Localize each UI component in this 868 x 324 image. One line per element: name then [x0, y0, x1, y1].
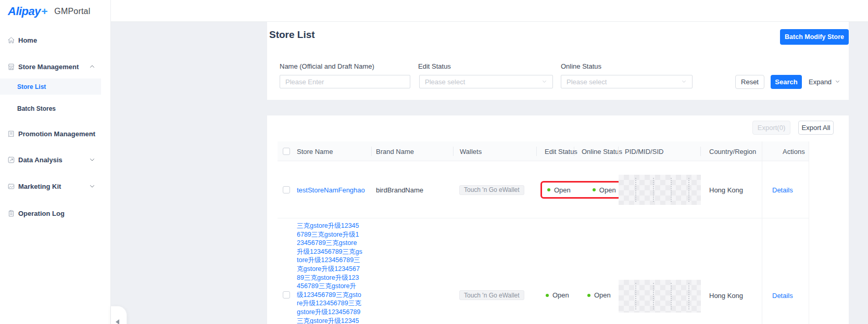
column-header-online-status: Online Status — [582, 141, 622, 161]
column-header-actions: Actions — [783, 141, 805, 161]
store-table-panel: Export(0) Export All Store Name Brand Na… — [267, 115, 849, 324]
country-region-cell: Hong Kong — [709, 292, 743, 300]
sidebar-item-data-analysis[interactable]: Data Analysis — [0, 152, 111, 167]
status-dot-icon — [547, 188, 550, 191]
highlight-red-box: Open Open — [540, 181, 621, 199]
sidebar-item-store-list[interactable]: Store List — [0, 79, 101, 95]
search-button[interactable]: Search — [771, 75, 802, 89]
store-list-panel: Store List Batch Modify Store Name (Offi… — [267, 22, 849, 100]
sidebar-item-marketing-kit[interactable]: Marketing Kit — [0, 179, 111, 193]
reset-button[interactable]: Reset — [735, 75, 764, 89]
chevron-down-icon — [89, 183, 95, 189]
sidebar-item-home[interactable]: Home — [0, 33, 111, 47]
collapse-left-arrow-icon — [116, 319, 119, 324]
page-title: Store List — [269, 29, 315, 41]
country-region-cell: Hong Kong — [709, 161, 743, 218]
sidebar-item-batch-stores[interactable]: Batch Stores — [0, 100, 101, 116]
name-filter-label: Name (Official and Draft Name) — [280, 62, 374, 70]
sidebar-item-operation-log[interactable]: Operation Log — [0, 206, 111, 221]
row-checkbox[interactable] — [283, 186, 290, 193]
sidebar: Alipay+ GMPortal Home Store Management S… — [0, 0, 111, 324]
store-name-link[interactable]: 三克gstore升级123456789三克gstore升级123456789三克… — [297, 222, 362, 324]
status-dot-icon — [546, 294, 549, 297]
store-name-link[interactable]: testStoreNamFenghao — [297, 186, 365, 194]
table-right-border — [809, 141, 809, 324]
status-dot-icon — [593, 188, 596, 191]
chevron-down-icon — [89, 157, 95, 163]
online-status-filter-label: Online Status — [561, 62, 601, 70]
marketing-icon — [7, 182, 15, 190]
wallet-tag: Touch 'n Go eWallet — [459, 290, 524, 300]
batch-modify-store-button[interactable]: Batch Modify Store — [780, 29, 849, 45]
pid-mid-sid-redacted — [619, 175, 701, 205]
row-checkbox[interactable] — [283, 291, 290, 299]
column-header-pid-mid-sid: PID/MID/SID — [625, 141, 663, 161]
portal-name: GMPortal — [54, 7, 90, 16]
alipay-logo-text: Alipay — [8, 5, 41, 18]
edit-status-cell: Open — [546, 291, 569, 299]
select-all-checkbox[interactable] — [283, 148, 290, 155]
column-header-wallets: Wallets — [460, 141, 482, 161]
store-table: Store Name Brand Name Wallets Edit Statu… — [278, 141, 809, 324]
operation-log-icon — [7, 209, 15, 217]
column-header-brand-name: Brand Name — [376, 141, 414, 161]
name-filter-input[interactable] — [280, 75, 410, 88]
details-link[interactable]: Details — [772, 186, 793, 194]
select-arrow-icon — [681, 77, 687, 86]
column-header-store-name: Store Name — [297, 141, 333, 161]
top-bar-divider — [111, 21, 868, 22]
details-link[interactable]: Details — [772, 292, 793, 300]
select-arrow-icon — [542, 77, 547, 86]
store-icon — [7, 62, 15, 71]
chevron-up-icon — [89, 63, 95, 70]
column-header-country-region: Country/Region — [709, 141, 756, 161]
edit-status-select[interactable]: Please select — [419, 75, 553, 88]
table-header-row: Store Name Brand Name Wallets Edit Statu… — [278, 141, 809, 161]
table-row: 三克gstore升级123456789三克gstore升级123456789三克… — [278, 218, 809, 324]
status-dot-icon — [587, 294, 590, 297]
export-selected-button[interactable]: Export(0) — [752, 121, 790, 135]
edit-status-filter-label: Edit Status — [418, 62, 451, 70]
promotion-icon — [7, 129, 15, 138]
chevron-down-icon — [89, 131, 95, 137]
sidebar-item-promotion-management[interactable]: Promotion Management — [0, 126, 111, 141]
sidebar-item-store-management[interactable]: Store Management — [0, 59, 111, 74]
table-row: testStoreNamFenghao birdBrandName Touch … — [278, 161, 809, 218]
data-analysis-icon — [7, 155, 15, 164]
edit-status-cell: Open — [547, 186, 571, 194]
wallet-tag: Touch 'n Go eWallet — [459, 185, 524, 195]
export-all-button[interactable]: Export All — [798, 121, 834, 135]
alipay-plus-icon: + — [41, 5, 47, 18]
home-icon — [7, 36, 15, 44]
brand-name-cell: birdBrandName — [376, 161, 423, 218]
online-status-cell: Open — [593, 186, 616, 194]
chevron-down-icon — [835, 78, 840, 86]
column-header-edit-status: Edit Status — [545, 141, 577, 161]
app-logo: Alipay+ GMPortal — [8, 5, 90, 18]
pid-mid-sid-redacted — [619, 280, 701, 313]
expand-filters-toggle[interactable]: Expand — [809, 75, 840, 89]
online-status-cell: Open — [587, 291, 611, 299]
top-bar — [0, 0, 868, 22]
online-status-select[interactable]: Please select — [561, 75, 693, 88]
collapse-sidebar-handle[interactable] — [111, 306, 127, 324]
